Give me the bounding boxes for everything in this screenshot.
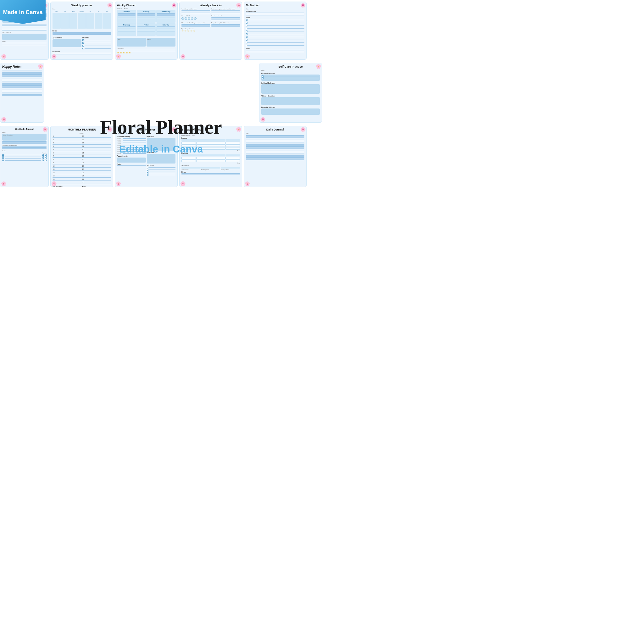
floral-decor: 🌸	[1, 117, 6, 122]
ending-balance2: Ending balance	[221, 169, 240, 170]
checklist-label: Checklist	[82, 37, 111, 39]
day-wed: Wed	[69, 11, 77, 12]
canva-badge-text: Made in Canva	[3, 9, 42, 16]
center-title-area: Floral Planner Editable in Canva	[82, 116, 240, 155]
notes-section: Notes	[53, 30, 111, 32]
reminder-label: Reminder	[53, 51, 111, 53]
todo-label2: To Do List	[147, 164, 176, 166]
appointments-label: Appointments	[117, 155, 146, 157]
spiritual-label: Spiritual Self-care	[261, 82, 320, 84]
floral-decor: 🌸	[316, 64, 321, 69]
floral-decor: 🌸	[300, 127, 306, 132]
tuesday-label: Tuesday	[137, 11, 155, 13]
ranking-stars: ☆ ☆ ☆ ☆ ☆	[181, 30, 240, 32]
notes-label4: Notes	[117, 163, 146, 165]
appointment-label: Appointment	[53, 37, 81, 39]
floral-decor: 🌸	[51, 54, 57, 59]
card-title-gratitude: Gratitude Journal	[2, 128, 47, 130]
card-title-happy-notes: Happy Notes	[2, 65, 42, 69]
page-daily-journal: 🌸 🌸 Daily Journal Date :	[244, 126, 307, 187]
wednesday-label: Wednesday	[157, 11, 175, 13]
top5-label: Top 5 things i did this week	[181, 8, 210, 10]
floral-decor: 🌸	[236, 3, 241, 8]
month-label: Month :	[124, 8, 128, 9]
notes-label2: Notes	[2, 41, 47, 42]
day-thu: Thursday	[78, 11, 86, 12]
note-label: Note :	[118, 38, 145, 40]
total-label2: Total	[181, 162, 240, 164]
top-priorities-label: Top Priorities	[53, 186, 81, 187]
page-weekly-planner: 🌸 🌸 Weekly planner Date : Mon Tue Wed Th…	[50, 2, 113, 60]
top-priority-label: TOP PRIORITY	[2, 31, 47, 33]
top-priorities: Top Priorities	[246, 10, 304, 12]
summary-label: Summary	[181, 164, 240, 166]
felt-label: This week I felt.	[181, 15, 210, 17]
floral-decor: 🌸	[180, 181, 186, 186]
date-label5: Date :	[2, 131, 47, 133]
accomplished-label: Things I accomplished this week	[211, 22, 240, 24]
habits-label: Habits	[2, 150, 47, 152]
no-label: No	[45, 152, 47, 154]
page-happy-notes: 🌸 🌸 Happy Notes	[0, 63, 44, 123]
quote-label: Quote :	[147, 38, 175, 40]
floral-decor: 🌸	[245, 54, 250, 59]
card-title-checkin: Weekly check in	[181, 4, 240, 7]
card-title-weekly-planner2: Weekly Planner	[117, 4, 175, 7]
page-weekly-planner2: 🌸 🌸 Weekly Planner Week of : Month : Mon…	[115, 2, 178, 60]
subtitle: Editable in Canva	[82, 143, 240, 155]
floral-decor: 🌸	[180, 54, 186, 59]
floral-decor: 🌸	[116, 181, 121, 186]
floral-decor: 🌸	[107, 3, 112, 8]
friday-label: Friday	[137, 24, 155, 26]
floral-decor: 🌸	[38, 64, 43, 69]
floral-decor: 🌸	[116, 54, 121, 59]
date-label4: Date :	[261, 69, 320, 71]
things-dont-like-label: Things I don't like	[261, 95, 320, 97]
yes-label: Yes	[42, 152, 45, 154]
thursday-label: Thursday	[118, 24, 136, 26]
rewarding-label: Most rewarding interaction i had this we…	[211, 8, 240, 10]
notes-label5: Notes	[181, 171, 240, 173]
today-affirmation: Today affirmation	[3, 134, 46, 136]
monday-label: Monday	[118, 11, 136, 13]
main-title: Floral Planner	[82, 116, 240, 138]
floral-decor: 🌸	[51, 181, 57, 186]
day-tue: Tue	[61, 11, 69, 12]
day-mon: Mon	[53, 11, 61, 12]
page-todo: 🌸 🌸 To Do List Date : Top Priorities To …	[244, 2, 307, 60]
floral-decor: 🌸	[42, 127, 48, 132]
date-label7: Date :	[246, 132, 304, 134]
floral-decor: 🌸	[1, 54, 6, 59]
floral-decor: 🌸	[300, 3, 306, 8]
card-title-todo: To Do List	[246, 4, 304, 7]
card-title-weekly-planner: Weekly planner	[53, 4, 111, 7]
page-gratitude-journal: 🌸 🌸 Gratitude Journal Date : Today affir…	[0, 126, 49, 187]
note-label2: Note	[82, 186, 111, 187]
plans-label: Plans for next week	[211, 15, 240, 17]
floral-decor: 🌸	[245, 181, 250, 186]
date-label3: Date :	[246, 8, 304, 10]
floral-decor: 🌸	[1, 181, 6, 186]
card-title-daily-journal: Daily Journal	[246, 128, 304, 131]
date-label2: Date :	[53, 8, 56, 10]
star-rating: ★ ★ ★ ★ ★	[117, 51, 175, 54]
notes-label3: Notes	[246, 47, 304, 49]
floral-decor: 🌸	[260, 117, 265, 122]
financial-label: Financial Self-care	[261, 106, 320, 108]
day-fri: Fri	[86, 11, 94, 12]
page-weekly-checkin: 🌸 🌸 Weekly check in Top 5 things i did t…	[179, 2, 242, 60]
card-title-self-care: Self-Care Practice	[261, 65, 320, 68]
day-sat: Sat	[95, 11, 103, 12]
best-thing-label: What was the best thing about the week?	[181, 22, 210, 24]
day-sun: Sun	[103, 11, 111, 12]
floral-decor: 🌸	[171, 3, 177, 8]
to-do-label: To do	[246, 17, 304, 19]
page-self-care: 🌸 🌸 Self-Care Practice Date : Physical S…	[259, 63, 322, 123]
total-expense: Total expense	[201, 169, 220, 170]
total-income: Total income	[181, 169, 201, 170]
dont-forget-label: Don't forget :	[117, 48, 175, 49]
week-of: Week of :	[117, 8, 122, 9]
physical-label: Physical Self-care	[261, 72, 320, 74]
saturday-label: Saturday	[157, 24, 175, 26]
